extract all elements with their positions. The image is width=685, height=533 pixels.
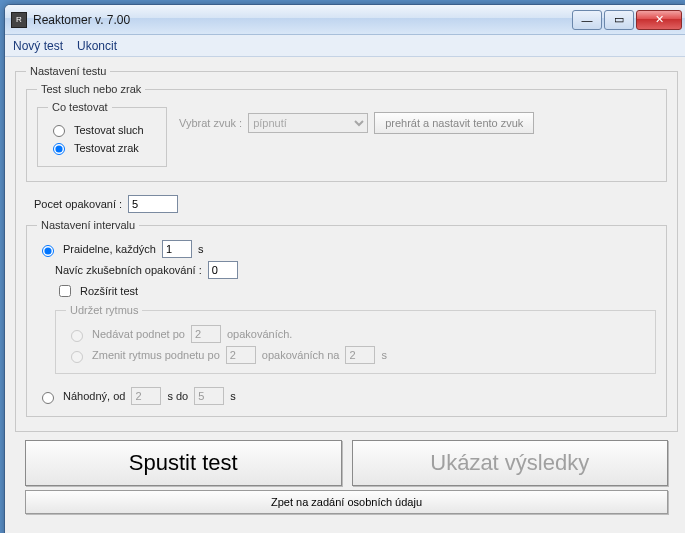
radio-random[interactable]: [42, 392, 54, 404]
extra-reps-input[interactable]: [208, 261, 238, 279]
radio-no-stim: [71, 330, 83, 342]
close-button[interactable]: ✕: [636, 10, 682, 30]
sense-legend: Test sluch nebo zrak: [37, 83, 145, 95]
extra-reps-label: Navíc zkušebních opakování :: [55, 264, 202, 276]
app-icon: R: [11, 12, 27, 28]
change-label-a: Zmenit rytmus podnetu po: [92, 349, 220, 361]
random-to-input: [194, 387, 224, 405]
change-mid: opakováních na: [262, 349, 340, 361]
reps-input[interactable]: [128, 195, 178, 213]
rhythm-group: Udržet rytmus Nedávat podnet po opakován…: [55, 304, 656, 374]
play-sound-button: prehrát a nastavit tento zvuk: [374, 112, 534, 134]
radio-change-rhythm: [71, 351, 83, 363]
change-input-b: [345, 346, 375, 364]
client-area: Nastavení testu Test sluch nebo zrak Co …: [5, 57, 685, 533]
radio-hearing[interactable]: [53, 125, 65, 137]
select-sound-label: Vybrat zvuk :: [179, 117, 242, 129]
minimize-button[interactable]: —: [572, 10, 602, 30]
label-regular: Praidelne, každých: [63, 243, 156, 255]
regular-seconds-input[interactable]: [162, 240, 192, 258]
no-stim-unit: opakováních.: [227, 328, 292, 340]
radio-vision[interactable]: [53, 143, 65, 155]
reps-label: Pocet opakovaní :: [34, 198, 122, 210]
random-mid: s do: [167, 390, 188, 402]
show-results-button: Ukázat výsledky: [352, 440, 669, 486]
titlebar: R Reaktomer v. 7.00 — ▭ ✕: [5, 5, 685, 35]
window-title: Reaktomer v. 7.00: [33, 13, 572, 27]
radio-regular[interactable]: [42, 245, 54, 257]
sense-group: Test sluch nebo zrak Co testovat Testova…: [26, 83, 667, 182]
sound-select: pípnutí: [248, 113, 368, 133]
label-hearing: Testovat sluch: [74, 124, 144, 136]
no-stim-label: Nedávat podnet po: [92, 328, 185, 340]
random-label: Náhodný, od: [63, 390, 125, 402]
menu-new-test[interactable]: Nový test: [13, 39, 63, 53]
maximize-button[interactable]: ▭: [604, 10, 634, 30]
what-to-test-group: Co testovat Testovat sluch Testovat zrak: [37, 101, 167, 167]
menu-quit[interactable]: Ukoncit: [77, 39, 117, 53]
label-vision: Testovat zrak: [74, 142, 139, 154]
no-stim-input: [191, 325, 221, 343]
change-unit: s: [381, 349, 387, 361]
start-test-button[interactable]: Spustit test: [25, 440, 342, 486]
extend-label: Rozšírit test: [80, 285, 138, 297]
interval-legend: Nastavení intervalu: [37, 219, 139, 231]
test-settings-legend: Nastavení testu: [26, 65, 110, 77]
test-settings-group: Nastavení testu Test sluch nebo zrak Co …: [15, 65, 678, 432]
change-input-a: [226, 346, 256, 364]
interval-group: Nastavení intervalu Praidelne, každých s…: [26, 219, 667, 417]
rhythm-legend: Udržet rytmus: [66, 304, 142, 316]
what-legend: Co testovat: [48, 101, 112, 113]
menubar: Nový test Ukoncit: [5, 35, 685, 57]
random-from-input: [131, 387, 161, 405]
window-controls: — ▭ ✕: [572, 10, 682, 30]
back-button[interactable]: Zpet na zadání osobních údaju: [25, 490, 668, 514]
main-buttons-row: Spustit test Ukázat výsledky: [25, 440, 668, 486]
extend-checkbox[interactable]: [59, 285, 71, 297]
random-unit: s: [230, 390, 236, 402]
app-window: R Reaktomer v. 7.00 — ▭ ✕ Nový test Ukon…: [4, 4, 685, 533]
regular-unit: s: [198, 243, 204, 255]
